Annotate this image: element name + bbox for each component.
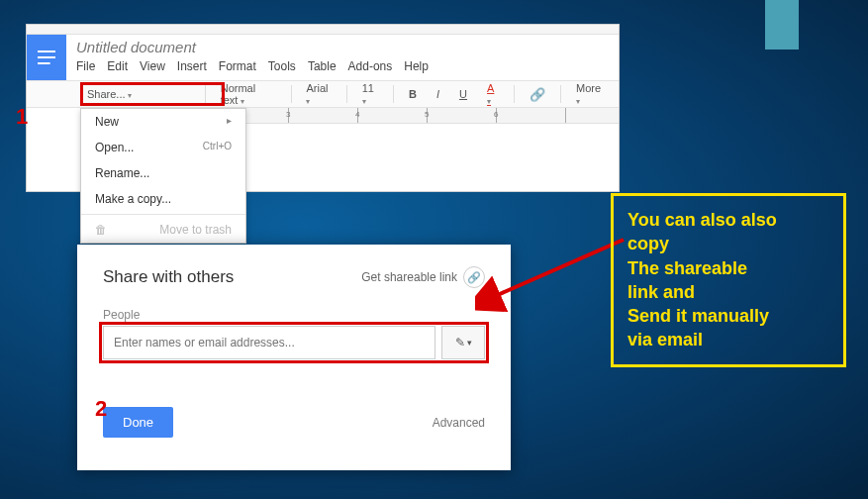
menu-format[interactable]: Format (219, 59, 256, 73)
insert-link-button[interactable]: 🔗 (523, 84, 552, 105)
menu-bar: File Edit View Insert Format Tools Table… (76, 59, 609, 73)
decorative-tab (765, 0, 799, 50)
menu-file[interactable]: File (76, 59, 95, 73)
toolbar-share[interactable]: Share... (80, 85, 197, 103)
italic-button[interactable]: I (430, 85, 446, 103)
menu-item-new[interactable]: New▸ (81, 109, 245, 135)
bold-button[interactable]: B (402, 85, 424, 103)
toolbar-font[interactable]: Arial (299, 79, 338, 109)
toolbar-more[interactable]: More (569, 79, 611, 109)
menu-help[interactable]: Help (404, 59, 429, 73)
menu-addons[interactable]: Add-ons (348, 59, 393, 73)
share-dialog: Share with others Get shareable link 🔗 P… (77, 245, 511, 470)
text-color-button[interactable]: A (480, 79, 506, 109)
menu-insert[interactable]: Insert (177, 59, 207, 73)
toolbar-font-size[interactable]: 11 (355, 79, 386, 109)
svg-line-0 (493, 240, 624, 297)
done-button[interactable]: Done (103, 407, 173, 438)
docs-logo[interactable] (27, 35, 66, 80)
permission-dropdown[interactable]: ✎▾ (441, 326, 485, 359)
get-link-label: Get shareable link (361, 270, 457, 284)
menu-table[interactable]: Table (308, 59, 337, 73)
annotation-marker-1: 1 (16, 104, 28, 130)
menu-view[interactable]: View (140, 59, 165, 73)
annotation-callout: You can also also copy The shareable lin… (611, 193, 846, 367)
toolbar-style[interactable]: Normal text (214, 79, 283, 109)
annotation-marker-2: 2 (95, 396, 107, 422)
underline-button[interactable]: U (452, 85, 474, 103)
menu-item-open[interactable]: Open...Ctrl+O (81, 135, 245, 160)
share-dialog-title: Share with others (103, 267, 234, 287)
get-shareable-link[interactable]: Get shareable link 🔗 (361, 266, 485, 288)
document-title[interactable]: Untitled document (76, 39, 609, 55)
window-chrome (27, 25, 619, 35)
file-menu-dropdown: New▸ Open...Ctrl+O Rename... Make a copy… (80, 108, 246, 244)
toolbar: Share... Normal text Arial 11 B I U A 🔗 … (27, 80, 619, 108)
pencil-icon: ✎ (455, 336, 465, 349)
menu-edit[interactable]: Edit (107, 59, 128, 73)
link-icon: 🔗 (463, 266, 485, 288)
menu-item-make-copy[interactable]: Make a copy... (81, 186, 245, 212)
advanced-link[interactable]: Advanced (433, 416, 485, 430)
people-label: People (103, 308, 485, 322)
google-docs-window: Untitled document File Edit View Insert … (26, 24, 620, 192)
share-names-input[interactable] (103, 326, 435, 359)
menu-tools[interactable]: Tools (268, 59, 296, 73)
menu-item-rename[interactable]: Rename... (81, 160, 245, 186)
menu-item-move-trash: 🗑 Move to trash (81, 217, 245, 243)
